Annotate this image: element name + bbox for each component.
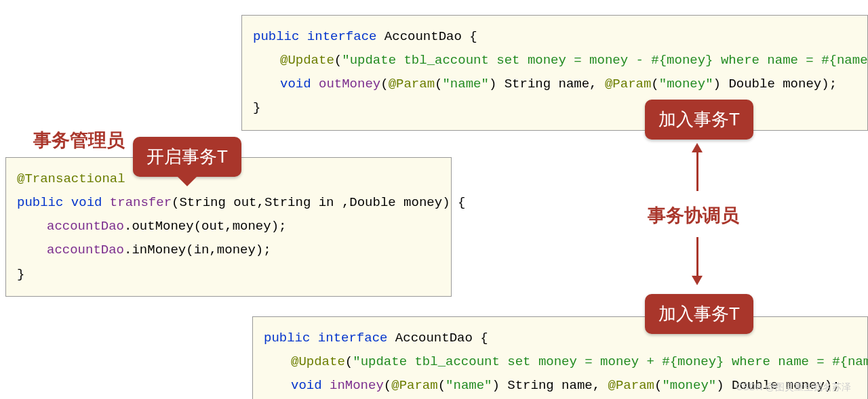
callout-label: 加入事务T [658,109,740,129]
method: transfer [110,195,172,210]
annotation: @Param [605,77,651,91]
type-name: AccountDao [395,331,473,345]
code-line: accountDao.outMoney(out,money); [17,215,440,238]
keyword: void [280,77,311,91]
annotation: @Param [389,77,435,91]
code-line: public interface AccountDao { [264,327,856,350]
code-block-left: @Transactional public void transfer(Stri… [5,157,452,297]
callout-label: 加入事务T [658,303,740,324]
code-line: @Update("update tbl_account set money = … [264,350,856,374]
keyword: void [71,195,102,210]
code-line: } [253,96,856,120]
method: outMoney [319,77,380,91]
arrow-down-line [696,237,698,276]
field: accountDao [47,243,124,257]
code-line: } [17,263,440,287]
code-line: public interface AccountDao { [253,25,856,49]
annotation: @Update [280,53,334,68]
code-line: @Update("update tbl_account set money = … [253,49,856,72]
keyword: public [17,195,63,210]
callout-join-2: 加入事务T [645,294,753,334]
label-admin: 事务管理员 [33,128,125,152]
callout-join-1: 加入事务T [645,100,753,140]
type-name: AccountDao [384,29,462,44]
annotation: @Transactional [17,171,125,186]
method: inMoney [330,378,384,393]
annotation: @Param [608,378,654,393]
label-coordinator: 事务协调员 [648,203,739,228]
code-block-top: public interface AccountDao { @Update("u… [241,15,868,131]
code-line: public void transfer(String out,String i… [17,191,440,215]
keyword: public [264,331,310,345]
annotation: @Param [391,378,437,393]
keyword: public [253,29,299,44]
code-line: void outMoney(@Param("name") String name… [253,72,856,96]
keyword: interface [318,331,388,345]
arrow-up-line [696,152,698,191]
code-line: accountDao.inMoney(in,money); [17,238,440,262]
keyword: void [291,378,322,393]
callout-tail-icon [176,175,198,186]
annotation: @Update [291,354,345,369]
field: accountDao [47,219,124,234]
arrow-up-head-icon [692,143,703,152]
string: "update tbl_account set money = money + … [353,354,868,369]
callout-label: 开启事务T [146,146,228,167]
keyword: interface [307,29,377,44]
string: "update tbl_account set money = money - … [342,53,868,68]
arrow-down-head-icon [692,276,703,285]
watermark: CSDN @图灵重生我名苏泽 [736,381,851,394]
callout-open-transaction: 开启事务T [133,137,241,177]
